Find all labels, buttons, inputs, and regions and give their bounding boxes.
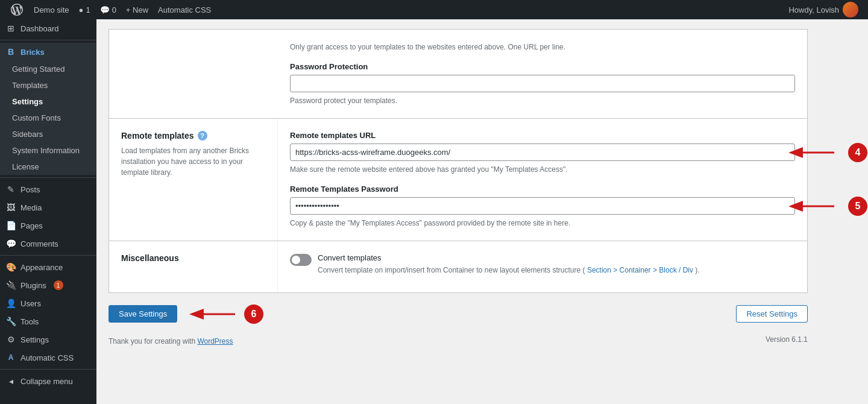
remote-templates-section: Remote templates ? Load templates from a… [108, 118, 808, 241]
sidebar-item-bricks[interactable]: B Bricks [0, 43, 96, 61]
adminbar-site[interactable]: Demo site [29, 0, 74, 19]
password-protection-input[interactable] [290, 75, 795, 92]
remote-templates-help-icon[interactable]: ? [198, 131, 207, 140]
sidebar-item-license[interactable]: License [0, 159, 96, 175]
media-icon: 🖼 [6, 203, 16, 212]
sidebar-item-pages[interactable]: 📄 Pages [0, 216, 96, 235]
adminbar-updates[interactable]: ● 1 [74, 0, 95, 19]
miscellaneous-section: Miscellaneous Convert templates [108, 241, 808, 293]
adminbar-plugin[interactable]: Automatic CSS [153, 0, 216, 19]
adminbar-right: Howdy, Lovish [784, 0, 863, 19]
sidebar-item-tools[interactable]: 🔧 Tools [0, 312, 96, 330]
miscellaneous-heading: Miscellaneous [121, 253, 265, 263]
wp-logo[interactable] [5, 0, 29, 19]
convert-templates-desc: Convert template on import/insert from C… [318, 265, 700, 276]
sidebar-item-settings-wp[interactable]: ⚙ Settings [0, 330, 96, 349]
main-content: Only grant access to your templates to t… [96, 19, 868, 404]
step4-arrow [789, 144, 843, 162]
pages-icon: 📄 [6, 221, 16, 230]
users-icon: 👤 [6, 298, 16, 308]
convert-templates-toggle[interactable] [290, 254, 312, 266]
password-protection-desc: Password protect your templates. [290, 95, 795, 106]
remote-url-group: Remote templates URL 4 [290, 131, 795, 175]
convert-templates-row: Convert templates Convert template on im… [290, 253, 795, 276]
miscellaneous-label-col: Miscellaneous [109, 241, 278, 292]
tools-icon: 🔧 [6, 317, 16, 326]
access-note-text: Only grant access to your templates to t… [290, 42, 795, 52]
sidebar-item-custom-fonts[interactable]: Custom Fonts [0, 110, 96, 126]
top-partial-content: Only grant access to your templates to t… [290, 42, 795, 106]
footer-wp-link[interactable]: WordPress [197, 337, 233, 346]
remote-templates-heading: Remote templates ? [121, 131, 265, 140]
sidebar-item-media[interactable]: 🖼 Media [0, 198, 96, 216]
remote-url-label: Remote templates URL [290, 131, 795, 140]
comments-menu-icon: 💬 [6, 239, 16, 248]
plugins-badge: 1 [54, 280, 63, 290]
remote-url-input-wrapper: 4 [290, 144, 795, 161]
adminbar-comments[interactable]: 💬 0 [95, 0, 121, 19]
buttons-row: Save Settings 6 Reset Settings [108, 293, 808, 329]
top-partial-section: Only grant access to your templates to t… [108, 29, 808, 118]
avatar [843, 2, 858, 17]
remote-templates-label-col: Remote templates ? Load templates from a… [109, 119, 278, 241]
remote-password-group: Remote Templates Password 5 [290, 185, 795, 229]
sidebar-item-comments[interactable]: 💬 Comments [0, 235, 96, 253]
convert-link[interactable]: Section > Container > Block / Div [587, 266, 693, 274]
sidebar: ⊞ Dashboard B Bricks Getting Started Tem… [0, 19, 96, 404]
top-partial-label [121, 42, 290, 106]
remote-templates-row: Remote templates ? Load templates from a… [109, 119, 807, 241]
remote-password-hint: Copy & paste the "My Templates Access" p… [290, 218, 795, 229]
footer-row: Thank you for creating with WordPress Ve… [108, 329, 808, 350]
remote-password-input-wrapper: 5 [290, 197, 795, 215]
sidebar-item-system-info[interactable]: System Information [0, 142, 96, 159]
adminbar-new[interactable]: + New [121, 0, 153, 19]
password-protection-label: Password Protection [290, 62, 795, 71]
toggle-slider [290, 254, 312, 266]
sidebar-item-templates[interactable]: Templates [0, 77, 96, 93]
remote-templates-desc: Load templates from any another Bricks i… [121, 145, 265, 178]
plugins-icon: 🔌 [6, 280, 16, 290]
settings-icon: ⚙ [6, 335, 16, 344]
acss-icon: A [6, 353, 16, 362]
remote-password-input[interactable] [290, 197, 795, 215]
step4-badge: 4 [848, 143, 867, 162]
convert-templates-label: Convert templates Convert template on im… [318, 253, 700, 276]
remote-password-label: Remote Templates Password [290, 185, 795, 194]
collapse-icon: ◂ [6, 376, 16, 386]
password-protection-group: Password Protection Password protect you… [290, 62, 795, 106]
save-area: Save Settings 6 [108, 305, 177, 323]
remote-url-input[interactable] [290, 144, 795, 161]
reset-settings-button[interactable]: Reset Settings [736, 305, 808, 323]
save-settings-button[interactable]: Save Settings [108, 305, 177, 323]
footer-text: Thank you for creating with WordPress [108, 331, 233, 348]
sidebar-item-plugins[interactable]: 🔌 Plugins 1 [0, 276, 96, 294]
miscellaneous-content-col: Convert templates Convert template on im… [278, 241, 807, 292]
miscellaneous-row: Miscellaneous Convert templates [109, 241, 807, 292]
step5-badge: 5 [848, 197, 867, 216]
dashboard-icon: ⊞ [6, 24, 16, 33]
remote-url-hint: Make sure the remote website entered abo… [290, 164, 795, 175]
sidebar-item-automatic-css[interactable]: A Automatic CSS [0, 349, 96, 367]
step6-badge: 6 [244, 305, 263, 324]
sidebar-item-collapse[interactable]: ◂ Collapse menu [0, 372, 96, 390]
appearance-icon: 🎨 [6, 262, 16, 272]
admin-bar: Demo site ● 1 💬 0 + New Automatic CSS Ho… [0, 0, 868, 19]
bricks-submenu: Getting Started Templates Settings Custo… [0, 61, 96, 175]
sidebar-item-dashboard[interactable]: ⊞ Dashboard [0, 19, 96, 37]
remote-templates-content-col: Remote templates URL 4 [278, 119, 807, 241]
sidebar-item-settings[interactable]: Settings [0, 93, 96, 110]
step6-arrow [187, 305, 241, 323]
sidebar-item-getting-started[interactable]: Getting Started [0, 61, 96, 77]
sidebar-item-posts[interactable]: ✎ Posts [0, 180, 96, 198]
updates-icon: ● [79, 5, 84, 14]
sidebar-item-appearance[interactable]: 🎨 Appearance [0, 258, 96, 276]
posts-icon: ✎ [6, 185, 16, 194]
sidebar-item-sidebars[interactable]: Sidebars [0, 126, 96, 142]
version-text: Version 6.1.1 [766, 335, 808, 344]
comments-icon: 💬 [100, 5, 110, 14]
sidebar-item-users[interactable]: 👤 Users [0, 294, 96, 312]
step5-arrow [789, 197, 843, 215]
bricks-icon: B [6, 47, 16, 57]
adminbar-user[interactable]: Howdy, Lovish [784, 0, 863, 19]
